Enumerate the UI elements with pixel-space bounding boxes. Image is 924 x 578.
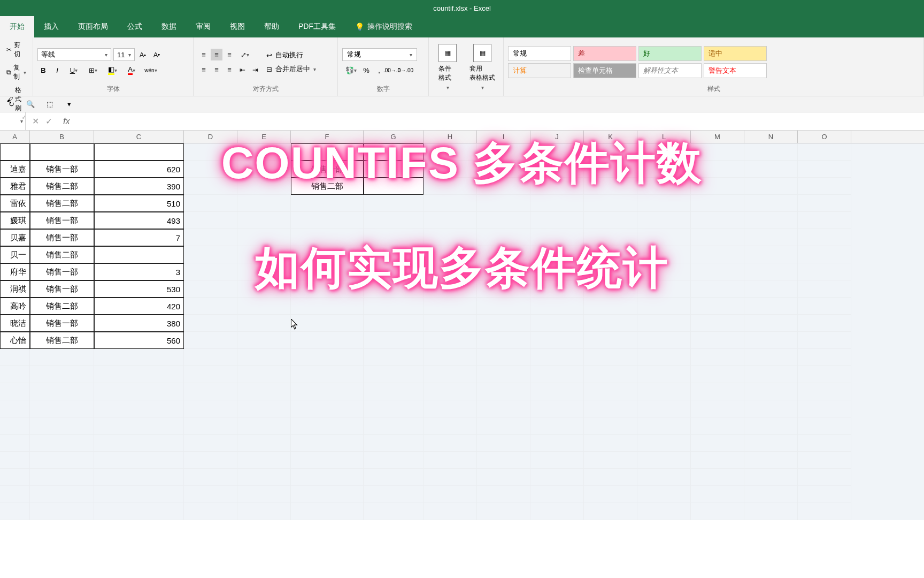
cell[interactable]: [0, 349, 30, 366]
cell[interactable]: [744, 417, 798, 435]
cell[interactable]: [798, 229, 851, 246]
column-header-H[interactable]: H: [424, 131, 477, 143]
cell[interactable]: [637, 143, 691, 161]
cell-styles-gallery[interactable]: 常规差好适中计算检查单元格解释性文本警告文本: [508, 46, 767, 78]
cell[interactable]: [637, 195, 691, 212]
number-format-select[interactable]: 常规▾: [342, 48, 417, 61]
cell[interactable]: [291, 486, 364, 503]
cell[interactable]: [530, 469, 584, 486]
decrease-indent-button[interactable]: ⇤: [236, 64, 248, 75]
cell[interactable]: 销售二部: [30, 298, 94, 315]
cell[interactable]: [530, 486, 584, 503]
column-header-F[interactable]: F: [291, 131, 364, 143]
cell[interactable]: [0, 400, 30, 417]
cell[interactable]: 销售二部: [291, 178, 364, 195]
cell[interactable]: [691, 435, 744, 452]
cell-style-option[interactable]: 好: [638, 46, 702, 61]
tab-pdf[interactable]: PDF工具集: [289, 16, 345, 37]
cell[interactable]: [291, 452, 364, 469]
cell[interactable]: [530, 383, 584, 400]
cell[interactable]: [364, 161, 424, 178]
cell[interactable]: [477, 280, 530, 298]
cell[interactable]: [637, 503, 691, 520]
cell[interactable]: [364, 212, 424, 229]
align-center-button[interactable]: ≡: [211, 64, 222, 75]
cell[interactable]: [584, 315, 637, 332]
cell[interactable]: 务员: [0, 143, 30, 161]
cell[interactable]: [798, 195, 851, 212]
cell[interactable]: [744, 246, 798, 263]
cell[interactable]: [477, 212, 530, 229]
cell[interactable]: [477, 298, 530, 315]
cell[interactable]: [237, 486, 291, 503]
cell[interactable]: [291, 435, 364, 452]
cell[interactable]: [691, 161, 744, 178]
tab-review[interactable]: 审阅: [186, 16, 220, 37]
column-header-N[interactable]: N: [744, 131, 798, 143]
cell[interactable]: [237, 212, 291, 229]
cell[interactable]: [424, 212, 477, 229]
cell[interactable]: [237, 452, 291, 469]
cancel-formula-button[interactable]: ✕: [32, 116, 39, 126]
cell[interactable]: [0, 383, 30, 400]
cell[interactable]: [530, 298, 584, 315]
cell[interactable]: [477, 349, 530, 366]
cell[interactable]: [477, 263, 530, 280]
cell[interactable]: [237, 143, 291, 161]
column-header-I[interactable]: I: [477, 131, 530, 143]
cell[interactable]: [0, 366, 30, 383]
align-bottom-button[interactable]: ≡: [224, 49, 235, 60]
tab-help[interactable]: 帮助: [255, 16, 289, 37]
cell[interactable]: [477, 315, 530, 332]
cell[interactable]: [184, 349, 237, 366]
cell[interactable]: 530: [94, 280, 184, 298]
cell[interactable]: [237, 280, 291, 298]
cell[interactable]: 润祺: [0, 280, 30, 298]
column-header-D[interactable]: D: [184, 131, 237, 143]
cell[interactable]: [364, 469, 424, 486]
cell[interactable]: [237, 195, 291, 212]
cell[interactable]: [237, 349, 291, 366]
cell[interactable]: 620: [94, 161, 184, 178]
column-header-O[interactable]: O: [798, 131, 851, 143]
cell[interactable]: [364, 178, 424, 195]
cell[interactable]: [237, 400, 291, 417]
font-color-button[interactable]: A▾: [123, 64, 140, 76]
cell[interactable]: [424, 195, 477, 212]
column-header-J[interactable]: J: [530, 131, 584, 143]
cell[interactable]: [0, 469, 30, 486]
cell[interactable]: [798, 503, 851, 520]
cell[interactable]: [364, 263, 424, 280]
cell[interactable]: [691, 298, 744, 315]
cell[interactable]: [424, 383, 477, 400]
cell[interactable]: [0, 486, 30, 503]
cell[interactable]: [637, 280, 691, 298]
name-box[interactable]: ▾: [0, 112, 26, 130]
cell[interactable]: [798, 469, 851, 486]
cell[interactable]: [237, 263, 291, 280]
cell[interactable]: [744, 435, 798, 452]
cell[interactable]: [744, 452, 798, 469]
cell[interactable]: [364, 383, 424, 400]
cell[interactable]: [798, 349, 851, 366]
cell[interactable]: [584, 383, 637, 400]
cell[interactable]: [424, 366, 477, 383]
cell[interactable]: 高吟: [0, 298, 30, 315]
cell[interactable]: [94, 246, 184, 263]
cell[interactable]: [691, 143, 744, 161]
cell[interactable]: [530, 143, 584, 161]
cell[interactable]: [584, 246, 637, 263]
cell[interactable]: 部门: [30, 143, 94, 161]
cell[interactable]: [530, 195, 584, 212]
cell[interactable]: [691, 229, 744, 246]
cell[interactable]: [584, 503, 637, 520]
cell[interactable]: [477, 366, 530, 383]
cell[interactable]: [477, 383, 530, 400]
accounting-format-button[interactable]: 💱▾: [342, 64, 359, 76]
cell[interactable]: [530, 315, 584, 332]
cell[interactable]: [477, 452, 530, 469]
cell-style-option[interactable]: 适中: [704, 46, 767, 61]
cell[interactable]: [530, 161, 584, 178]
cell[interactable]: [30, 349, 94, 366]
column-header-K[interactable]: K: [584, 131, 637, 143]
